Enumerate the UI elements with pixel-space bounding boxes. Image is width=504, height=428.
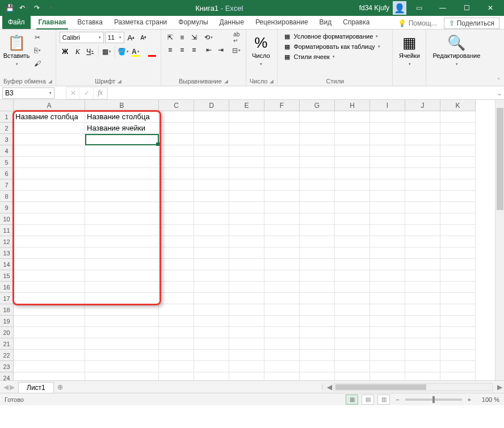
tab-help[interactable]: Справка	[337, 16, 375, 29]
cell-D15[interactable]	[194, 270, 229, 282]
cell-H15[interactable]	[335, 270, 370, 282]
zoom-out-icon[interactable]: −	[393, 396, 401, 403]
cell-K13[interactable]	[440, 247, 476, 259]
cell-G9[interactable]	[300, 202, 335, 213]
cell-B11[interactable]	[85, 225, 159, 236]
cell-G14[interactable]	[300, 259, 335, 270]
cell-F10[interactable]	[264, 213, 300, 225]
qat-customize-icon[interactable]: ▾	[44, 2, 57, 14]
cell-E17[interactable]	[229, 293, 264, 304]
cell-C17[interactable]	[159, 293, 194, 304]
cell-I10[interactable]	[370, 213, 405, 225]
cell-I5[interactable]	[370, 157, 405, 168]
paste-button[interactable]: 📋 Вставить▾	[3, 32, 30, 69]
cell-H11[interactable]	[335, 225, 370, 236]
row-header-11[interactable]: 11	[0, 225, 14, 236]
cell-D6[interactable]	[194, 168, 229, 179]
horizontal-scrollbar[interactable]: ⁝ ◀ ▶	[321, 383, 504, 392]
shrink-font-icon[interactable]: A▾	[138, 32, 149, 43]
tab-view[interactable]: Вид	[314, 16, 338, 29]
cell-D21[interactable]	[194, 338, 229, 350]
cell-J15[interactable]	[405, 270, 440, 282]
merge-icon[interactable]: ⊟▾	[231, 45, 242, 56]
cell-H4[interactable]	[335, 145, 370, 157]
cell-K9[interactable]	[440, 202, 476, 213]
cell-E4[interactable]	[229, 145, 264, 157]
cell-G15[interactable]	[300, 270, 335, 282]
cell-F3[interactable]	[264, 134, 300, 145]
cell-C6[interactable]	[159, 168, 194, 179]
cell-H14[interactable]	[335, 259, 370, 270]
col-header-K[interactable]: K	[440, 100, 476, 111]
col-header-D[interactable]: D	[194, 100, 229, 111]
cell-F21[interactable]	[264, 338, 300, 350]
share-button[interactable]: ⇪Поделиться	[444, 18, 499, 29]
cell-I2[interactable]	[370, 123, 405, 134]
cell-A7[interactable]	[14, 179, 85, 191]
cell-H17[interactable]	[335, 293, 370, 304]
cell-J11[interactable]	[405, 225, 440, 236]
cell-D18[interactable]	[194, 304, 229, 316]
cell-B18[interactable]	[85, 304, 159, 316]
cell-E2[interactable]	[229, 123, 264, 134]
cell-J8[interactable]	[405, 191, 440, 202]
cell-C1[interactable]	[159, 111, 194, 123]
add-sheet-icon[interactable]: ⊕	[54, 383, 66, 391]
cell-J7[interactable]	[405, 179, 440, 191]
borders-icon[interactable]: ▦▾	[101, 46, 112, 57]
cell-C22[interactable]	[159, 350, 194, 361]
cell-F23[interactable]	[264, 361, 300, 372]
cell-J21[interactable]	[405, 338, 440, 350]
col-header-H[interactable]: H	[335, 100, 370, 111]
cell-E20[interactable]	[229, 327, 264, 338]
cell-K7[interactable]	[440, 179, 476, 191]
cell-styles-button[interactable]: ▦Стили ячеек▾	[281, 52, 337, 61]
minimize-icon[interactable]: —	[431, 0, 454, 16]
cell-C2[interactable]	[159, 123, 194, 134]
cell-B3[interactable]	[85, 134, 159, 145]
row-header-1[interactable]: 1	[0, 111, 14, 123]
cell-B7[interactable]	[85, 179, 159, 191]
cell-B4[interactable]	[85, 145, 159, 157]
row-header-23[interactable]: 23	[0, 361, 14, 372]
cell-E12[interactable]	[229, 236, 264, 247]
cell-K3[interactable]	[440, 134, 476, 145]
cell-G4[interactable]	[300, 145, 335, 157]
cell-J23[interactable]	[405, 361, 440, 372]
cell-K19[interactable]	[440, 316, 476, 327]
cell-C13[interactable]	[159, 247, 194, 259]
cell-D19[interactable]	[194, 316, 229, 327]
formula-input[interactable]	[108, 87, 495, 99]
cell-D24[interactable]	[194, 372, 229, 380]
cell-K22[interactable]	[440, 350, 476, 361]
cell-A5[interactable]	[14, 157, 85, 168]
cell-B12[interactable]	[85, 236, 159, 247]
cell-C12[interactable]	[159, 236, 194, 247]
cell-C16[interactable]	[159, 282, 194, 293]
cell-B17[interactable]	[85, 293, 159, 304]
cell-D16[interactable]	[194, 282, 229, 293]
cell-K17[interactable]	[440, 293, 476, 304]
cell-A19[interactable]	[14, 316, 85, 327]
cell-G3[interactable]	[300, 134, 335, 145]
redo-icon[interactable]: ↷	[31, 2, 43, 14]
cell-F6[interactable]	[264, 168, 300, 179]
cell-E1[interactable]	[229, 111, 264, 123]
cell-C19[interactable]	[159, 316, 194, 327]
cell-E21[interactable]	[229, 338, 264, 350]
cell-H1[interactable]	[335, 111, 370, 123]
cell-D17[interactable]	[194, 293, 229, 304]
cell-J9[interactable]	[405, 202, 440, 213]
cell-C23[interactable]	[159, 361, 194, 372]
cell-D12[interactable]	[194, 236, 229, 247]
cell-A11[interactable]	[14, 225, 85, 236]
cell-A23[interactable]	[14, 361, 85, 372]
cell-F12[interactable]	[264, 236, 300, 247]
view-pagebreak-icon[interactable]: ▥	[377, 395, 390, 405]
row-header-2[interactable]: 2	[0, 123, 14, 134]
cell-K4[interactable]	[440, 145, 476, 157]
cell-D9[interactable]	[194, 202, 229, 213]
cell-J3[interactable]	[405, 134, 440, 145]
row-header-20[interactable]: 20	[0, 327, 14, 338]
cell-B10[interactable]	[85, 213, 159, 225]
